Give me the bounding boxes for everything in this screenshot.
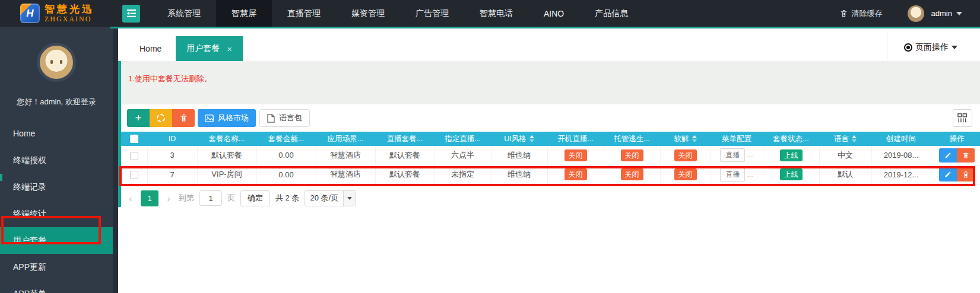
image-icon xyxy=(205,114,214,122)
brand-title: 智慧光迅 xyxy=(45,4,94,14)
header-ui-style[interactable]: UI风格 xyxy=(491,132,547,146)
pencil-icon xyxy=(944,171,952,178)
select-all-checkbox[interactable] xyxy=(130,135,138,143)
cell-scene: 智慧酒店 xyxy=(316,146,375,165)
refresh-button[interactable] xyxy=(150,109,172,127)
brand-logo-text: 智慧光迅 ZHGXAINO xyxy=(45,4,94,23)
navbar-accent-line xyxy=(110,27,980,28)
clear-cache-label: 清除缓存 xyxy=(852,8,883,19)
content-area: Home 用户套餐 × 页面操作 1.使用中套餐无法删除。 + xyxy=(118,28,980,293)
nav-item-ads[interactable]: 广告管理 xyxy=(400,0,464,27)
total-count-label: 共 2 条 xyxy=(275,193,299,203)
main-panel: 1.使用中套餐无法删除。 + xyxy=(118,61,980,207)
sidebar-item-home[interactable]: Home xyxy=(0,120,113,147)
cell-id: 3 xyxy=(147,146,197,165)
sidebar-gutter xyxy=(113,28,118,293)
menu-config-tag: 直播 xyxy=(720,168,745,181)
header-package-name: 套餐名称... xyxy=(197,132,256,146)
header-package-amount: 套餐金额... xyxy=(256,132,316,146)
language-pack-button[interactable]: 语言包 xyxy=(259,109,310,127)
tab-label: 用户套餐 xyxy=(186,43,220,54)
goto-page-input[interactable] xyxy=(199,190,222,206)
cell-ui-style: 维也纳 xyxy=(491,165,547,184)
header-package-status: 套餐状态... xyxy=(763,132,819,146)
confirm-button[interactable]: 确定 xyxy=(240,190,270,206)
sidebar-toggle-button[interactable] xyxy=(122,5,140,23)
nav-item-smartphone[interactable]: 智慧电话 xyxy=(464,0,528,27)
status-badge: 上线 xyxy=(780,168,803,180)
chevron-down-icon xyxy=(956,12,962,15)
trash-icon xyxy=(840,9,848,18)
trash-icon xyxy=(962,151,969,159)
header-live-package: 直播套餐... xyxy=(375,132,435,146)
row-checkbox-cell xyxy=(121,146,147,165)
menu-config-tag: 直播 xyxy=(720,148,745,162)
style-market-label: 风格市场 xyxy=(218,113,249,123)
edit-button[interactable] xyxy=(939,167,957,181)
nav-item-smartscreen[interactable]: 智慧屏 xyxy=(216,0,272,27)
ellipsis: ... xyxy=(747,151,753,159)
page-actions-dropdown[interactable]: 页面操作 xyxy=(887,33,980,61)
sort-icon[interactable] xyxy=(529,135,534,142)
radio-icon xyxy=(904,43,912,52)
cell-package-name: VIP-房间 xyxy=(197,165,256,184)
select-arrow-box[interactable] xyxy=(343,191,356,206)
table-row: 3 默认套餐 0.00 智慧酒店 默认套餐 六点半 维也纳 关闭 关闭 关闭 直… xyxy=(121,146,980,165)
sidebar-item-terminal-stats[interactable]: 终端统计 xyxy=(0,200,113,227)
add-button[interactable]: + xyxy=(127,109,150,127)
current-page-button[interactable]: 1 xyxy=(141,190,158,206)
cell-menu-config: 直播... xyxy=(711,165,763,184)
edit-button[interactable] xyxy=(939,148,957,163)
style-market-button[interactable]: 风格市场 xyxy=(198,109,256,127)
cell-package-status: 上线 xyxy=(763,146,819,165)
sidebar-item-terminal-records[interactable]: 终端记录 xyxy=(0,174,113,200)
clear-cache-button[interactable]: 清除缓存 xyxy=(840,8,883,19)
delete-button[interactable] xyxy=(172,109,195,127)
user-menu[interactable]: admin xyxy=(931,9,962,18)
sidebar-menu: Home 终端授权 终端记录 终端统计 用户套餐 APP更新 APP菜单 xyxy=(0,120,113,293)
header-assigned-live: 指定直播... xyxy=(435,132,491,146)
sidebar-item-user-packages[interactable]: 用户套餐 xyxy=(0,227,113,254)
header-label: 语言 xyxy=(834,135,849,143)
header-language[interactable]: 语言 xyxy=(819,132,871,146)
cell-package-amount: 0.00 xyxy=(256,146,316,165)
cell-soft-decode: 关闭 xyxy=(660,146,711,165)
trash-icon xyxy=(962,171,969,179)
sidebar-item-app-menu[interactable]: APP菜单 xyxy=(0,281,113,293)
column-settings-button[interactable] xyxy=(953,109,972,127)
sort-icon[interactable] xyxy=(852,135,857,142)
page-size-select[interactable]: 20 条/页 xyxy=(305,190,356,206)
refresh-icon xyxy=(157,114,165,122)
next-page-icon[interactable]: › xyxy=(164,193,173,203)
header-label: 软解 xyxy=(674,135,689,143)
brand-logo-icon: H xyxy=(20,4,40,23)
close-icon[interactable]: × xyxy=(227,44,232,53)
status-badge: 关闭 xyxy=(621,168,643,180)
sidebar-item-terminal-auth[interactable]: 终端授权 xyxy=(0,147,113,174)
cell-live-package: 默认套餐 xyxy=(375,165,435,184)
delete-button[interactable] xyxy=(957,167,975,181)
cell-ui-style: 维也纳 xyxy=(491,146,547,165)
tab-home[interactable]: Home xyxy=(125,36,176,61)
header-soft-decode[interactable]: 软解 xyxy=(660,132,711,146)
nav-item-aino[interactable]: AINO xyxy=(528,0,579,27)
table-row-highlighted: 7 VIP-房间 0.00 智慧酒店 默认套餐 未指定 维也纳 关闭 关闭 关闭… xyxy=(121,165,980,184)
sort-icon[interactable] xyxy=(692,135,697,142)
nav-item-product[interactable]: 产品信息 xyxy=(579,0,643,27)
navbar-right: 清除缓存 admin xyxy=(840,5,980,22)
header-created-at: 创建时间 xyxy=(871,132,931,146)
sidebar-item-app-update[interactable]: APP更新 xyxy=(0,254,113,281)
row-checkbox[interactable] xyxy=(130,171,138,179)
nav-item-live[interactable]: 直播管理 xyxy=(272,0,336,27)
nav-item-system[interactable]: 系统管理 xyxy=(152,0,216,27)
nav-item-media[interactable]: 媒资管理 xyxy=(336,0,400,27)
tab-user-packages[interactable]: 用户套餐 × xyxy=(176,36,243,61)
brand-subtitle: ZHGXAINO xyxy=(45,15,94,23)
prev-page-icon[interactable]: ‹ xyxy=(126,193,135,203)
user-avatar[interactable] xyxy=(908,5,924,22)
delete-button[interactable] xyxy=(957,148,975,163)
header-hosted-escape: 托管逃生... xyxy=(604,132,660,146)
row-checkbox[interactable] xyxy=(130,152,138,160)
sidebar-greeting: 您好！admin, 欢迎登录 xyxy=(0,97,113,107)
pagination: ‹ 1 › 到第 页 确定 共 2 条 20 条/页 xyxy=(121,184,980,207)
